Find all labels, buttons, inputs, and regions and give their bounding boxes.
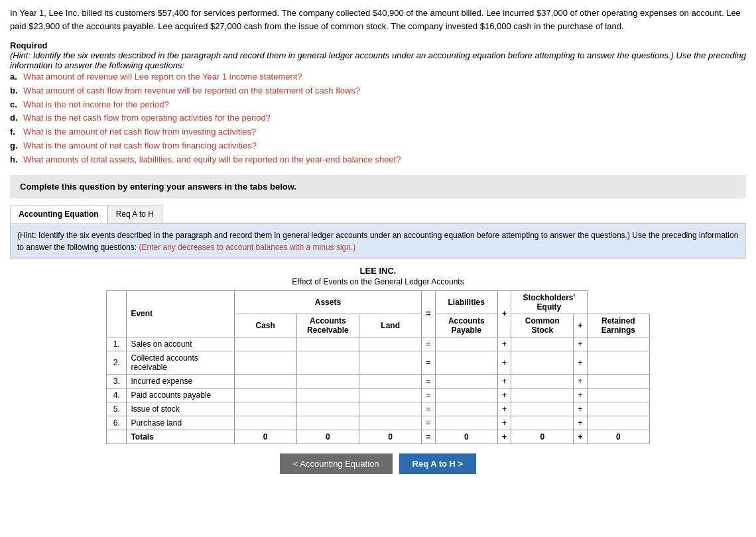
row3-ap-input[interactable] (440, 377, 493, 386)
row6-ap-cell[interactable] (435, 416, 497, 430)
row4-ar-input[interactable] (301, 390, 354, 400)
totals-plus: + (497, 430, 511, 444)
row4-land-cell[interactable] (359, 388, 422, 402)
row2-re-input[interactable] (592, 358, 645, 367)
row2-land-input[interactable] (364, 358, 417, 367)
row5-ap-input[interactable] (440, 404, 493, 414)
col-eq-header: = (422, 290, 435, 337)
row2-plus2: + (574, 351, 587, 374)
row2-ar-cell[interactable] (296, 351, 359, 374)
row5-land-cell[interactable] (359, 402, 422, 416)
row4-event: Paid accounts payable (127, 388, 234, 402)
row3-cash-cell[interactable] (234, 374, 296, 388)
row3-cs-cell[interactable] (511, 374, 574, 388)
row2-cs-cell[interactable] (511, 351, 574, 374)
row1-land-input[interactable] (364, 339, 417, 349)
row4-re-cell[interactable] (587, 388, 649, 402)
row6-ar-cell[interactable] (296, 416, 359, 430)
tab-accounting-equation[interactable]: Accounting Equation (10, 205, 107, 223)
row4-re-input[interactable] (592, 390, 645, 400)
row4-cash-input[interactable] (239, 390, 292, 400)
row6-cs-input[interactable] (516, 418, 569, 428)
prev-button[interactable]: < Accounting Equation (280, 453, 393, 474)
row4-cs-cell[interactable] (511, 388, 574, 402)
row5-re-input[interactable] (592, 404, 645, 414)
col-event-header: Event (127, 290, 234, 337)
row2-cs-input[interactable] (516, 358, 569, 367)
row5-re-cell[interactable] (587, 402, 649, 416)
row6-re-input[interactable] (592, 418, 645, 428)
row5-ap-cell[interactable] (435, 402, 497, 416)
row3-land-input[interactable] (364, 377, 417, 386)
totals-plus2: + (574, 430, 587, 444)
row6-land-cell[interactable] (359, 416, 422, 430)
row1-cash-input[interactable] (239, 339, 292, 349)
row3-land-cell[interactable] (359, 374, 422, 388)
row6-event: Purchase land (127, 416, 234, 430)
row5-land-input[interactable] (364, 404, 417, 414)
required-section: Required (Hint: Identify the six events … (10, 40, 746, 167)
row1-cash-cell[interactable] (234, 337, 296, 351)
row3-eq: = (422, 374, 435, 388)
row5-cs-cell[interactable] (511, 402, 574, 416)
tabs-row: Accounting Equation Req A to H (10, 205, 746, 223)
row5-cash-cell[interactable] (234, 402, 296, 416)
row6-ap-input[interactable] (440, 418, 493, 428)
row3-ap-cell[interactable] (435, 374, 497, 388)
row1-re-input[interactable] (592, 339, 645, 349)
row1-ap-input[interactable] (440, 339, 493, 349)
row6-eq: = (422, 416, 435, 430)
row3-plus: + (497, 374, 511, 388)
row1-event: Sales on account (127, 337, 234, 351)
row6-plus2: + (574, 416, 587, 430)
row4-cs-input[interactable] (516, 390, 569, 400)
row2-cash-input[interactable] (239, 358, 292, 367)
row1-cs-cell[interactable] (511, 337, 574, 351)
required-hint: (Hint: Identify the six events described… (10, 50, 746, 70)
row5-cash-input[interactable] (239, 404, 292, 414)
row1-land-cell[interactable] (359, 337, 422, 351)
row6-cs-cell[interactable] (511, 416, 574, 430)
row5-cs-input[interactable] (516, 404, 569, 414)
row1-re-cell[interactable] (587, 337, 649, 351)
row3-re-input[interactable] (592, 377, 645, 386)
row1-plus2: + (574, 337, 587, 351)
col-num-header (107, 290, 127, 337)
row3-ar-input[interactable] (301, 377, 354, 386)
row5-ar-input[interactable] (301, 404, 354, 414)
col-land-header: Land (359, 314, 422, 337)
ledger-table: Event Assets = Liabilities + Stockholder… (106, 290, 650, 444)
row3-ar-cell[interactable] (296, 374, 359, 388)
row2-ap-cell[interactable] (435, 351, 497, 374)
row6-re-cell[interactable] (587, 416, 649, 430)
tab-req-a-to-h[interactable]: Req A to H (107, 205, 162, 223)
next-button[interactable]: Req A to H > (399, 453, 477, 474)
row1-ar-cell[interactable] (296, 337, 359, 351)
row4-land-input[interactable] (364, 390, 417, 400)
row4-ap-cell[interactable] (435, 388, 497, 402)
row3-cash-input[interactable] (239, 377, 292, 386)
row6-cash-input[interactable] (239, 418, 292, 428)
req-item-f: f. What is the amount of net cash flow f… (10, 125, 746, 139)
row1-ap-cell[interactable] (435, 337, 497, 351)
row6-ar-input[interactable] (301, 418, 354, 428)
row2-cash-cell[interactable] (234, 351, 296, 374)
row2-ap-input[interactable] (440, 358, 493, 367)
row4-ap-input[interactable] (440, 390, 493, 400)
table-row: 2. Collected accounts receivable = + + (107, 351, 650, 374)
row5-ar-cell[interactable] (296, 402, 359, 416)
totals-cash: 0 (234, 430, 296, 444)
row1-cs-input[interactable] (516, 339, 569, 349)
row4-cash-cell[interactable] (234, 388, 296, 402)
req-item-h: h. What amounts of total assets, liabili… (10, 153, 746, 167)
row2-land-cell[interactable] (359, 351, 422, 374)
row2-ar-input[interactable] (301, 358, 354, 367)
row3-re-cell[interactable] (587, 374, 649, 388)
row3-cs-input[interactable] (516, 377, 569, 386)
row2-re-cell[interactable] (587, 351, 649, 374)
row4-ar-cell[interactable] (296, 388, 359, 402)
totals-ar: 0 (296, 430, 359, 444)
row6-land-input[interactable] (364, 418, 417, 428)
row1-ar-input[interactable] (301, 339, 354, 349)
row6-cash-cell[interactable] (234, 416, 296, 430)
